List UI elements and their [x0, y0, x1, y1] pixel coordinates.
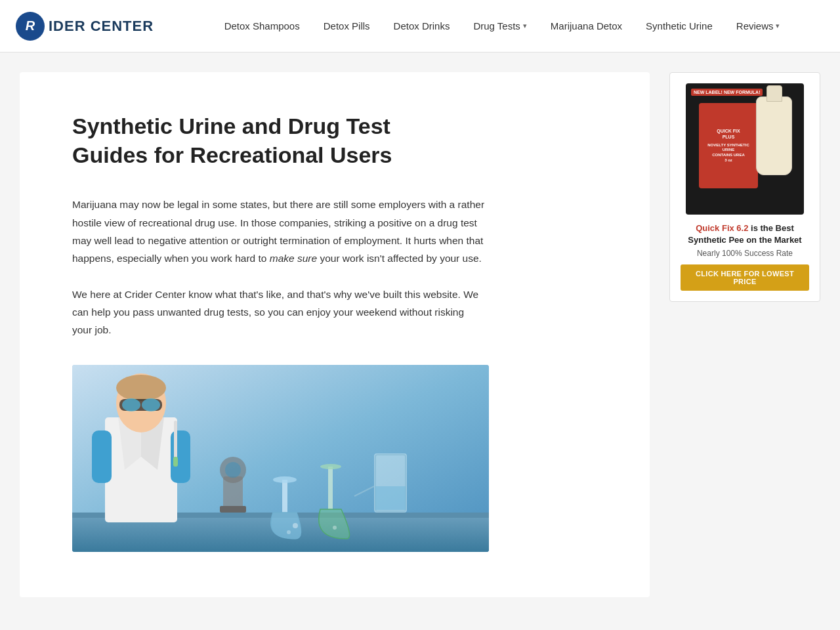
page-wrapper: Synthetic Urine and Drug Test Guides for…	[7, 52, 833, 617]
main-nav: Detox ShampoosDetox PillsDetox DrinksDru…	[180, 15, 824, 37]
site-logo[interactable]: R IDER CENTER	[16, 12, 154, 41]
svg-point-12	[142, 398, 160, 411]
ad-product-bottle	[756, 96, 792, 175]
svg-rect-21	[375, 486, 406, 510]
svg-rect-14	[173, 457, 178, 467]
intro-text-part2: your work isn't affected by your use.	[317, 253, 482, 264]
svg-point-26	[293, 523, 298, 528]
ad-bottle-neck	[766, 85, 782, 102]
lab-image-inner	[72, 365, 489, 552]
svg-point-28	[333, 526, 337, 530]
ad-product-name: Quick Fix 6.2	[696, 223, 748, 233]
site-header: R IDER CENTER Detox ShampoosDetox PillsD…	[0, 0, 840, 52]
article-intro-paragraph: Marijuana may now be legal in some state…	[72, 196, 486, 267]
chevron-down-icon: ▾	[776, 22, 780, 30]
sidebar-ad: NEW LABEL! NEW FORMULA! QUICK FIX PLUS N…	[669, 72, 820, 302]
nav-item-synthetic-urine[interactable]: Synthetic Urine	[635, 15, 723, 37]
main-content: Synthetic Urine and Drug Test Guides for…	[20, 72, 650, 597]
svg-rect-6	[92, 430, 112, 483]
nav-item-marijuana-detox[interactable]: Marijuana Detox	[540, 15, 633, 37]
article-second-paragraph: We here at Crider Center know what that'…	[72, 285, 486, 339]
svg-point-18	[320, 464, 341, 469]
nav-item-reviews[interactable]: Reviews▾	[726, 15, 791, 37]
ad-title-line: Quick Fix 6.2 is the Best Synthetic Pee …	[681, 222, 809, 246]
svg-point-11	[122, 398, 140, 411]
article-title: Synthetic Urine and Drug Test Guides for…	[72, 112, 466, 169]
svg-rect-23	[220, 506, 246, 513]
lab-scene-svg	[72, 365, 489, 552]
svg-point-27	[287, 530, 291, 534]
ad-badge: NEW LABEL! NEW FORMULA!	[691, 89, 763, 96]
svg-point-16	[273, 476, 297, 483]
svg-rect-17	[328, 467, 333, 509]
ad-cta-button[interactable]: CLICK HERE FOR LOWEST PRICE	[681, 264, 809, 291]
ad-box-label: QUICK FIX PLUS NOVELTY SYNTHETIC URINE C…	[704, 128, 753, 163]
nav-item-detox-shampoos[interactable]: Detox Shampoos	[214, 15, 310, 37]
svg-point-9	[116, 375, 166, 401]
chevron-down-icon: ▾	[523, 22, 527, 30]
svg-rect-7	[171, 430, 190, 483]
ad-subtitle: Nearly 100% Success Rate	[681, 249, 809, 258]
intro-italic: make sure	[270, 253, 317, 264]
logo-text: IDER CENTER	[49, 18, 154, 35]
svg-point-25	[225, 462, 241, 478]
nav-item-detox-pills[interactable]: Detox Pills	[313, 15, 381, 37]
logo-icon: R	[16, 12, 45, 41]
sidebar: NEW LABEL! NEW FORMULA! QUICK FIX PLUS N…	[669, 72, 820, 302]
lab-image	[72, 365, 489, 552]
svg-rect-15	[282, 480, 287, 513]
ad-product-box: QUICK FIX PLUS NOVELTY SYNTHETIC URINE C…	[699, 103, 758, 188]
nav-item-drug-tests[interactable]: Drug Tests▾	[463, 15, 537, 37]
ad-product-visual: NEW LABEL! NEW FORMULA! QUICK FIX PLUS N…	[686, 83, 804, 215]
svg-rect-13	[174, 421, 177, 460]
nav-item-detox-drinks[interactable]: Detox Drinks	[383, 15, 461, 37]
